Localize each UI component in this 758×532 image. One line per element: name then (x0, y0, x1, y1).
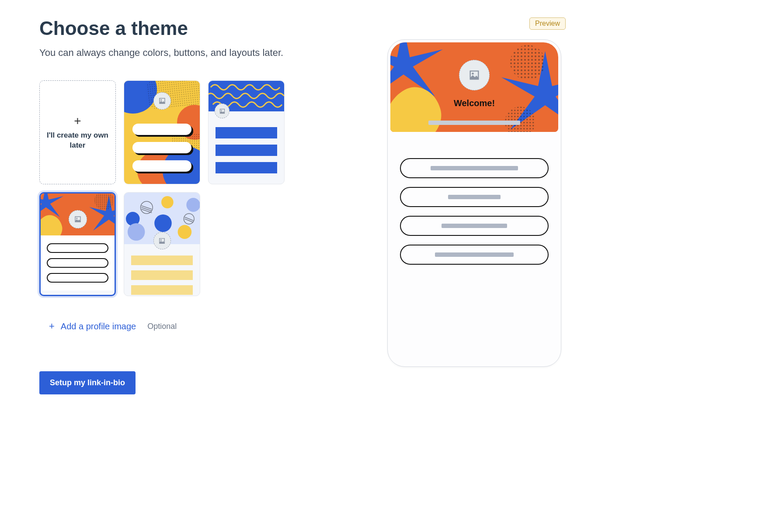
svg-line-12 (142, 206, 152, 209)
add-profile-image-label: Add a profile image (61, 321, 136, 332)
preview-link-item (400, 158, 549, 178)
svg-line-16 (184, 217, 193, 221)
preview-link-item (400, 216, 549, 236)
add-profile-image-link[interactable]: + Add a profile image (49, 321, 136, 332)
page-subtitle: You can always change colors, buttons, a… (39, 47, 354, 59)
preview-link-item (400, 245, 549, 265)
image-icon (459, 60, 490, 90)
svg-point-22 (505, 107, 535, 132)
optional-label: Optional (147, 322, 177, 331)
theme-card-own[interactable]: + I'll create my own later (39, 80, 116, 184)
plus-icon: + (74, 114, 81, 128)
preview-subtitle-placeholder (428, 121, 520, 125)
plus-icon: + (49, 321, 55, 332)
theme-own-label: I'll create my own later (44, 131, 111, 151)
svg-point-20 (510, 45, 545, 80)
preview-link-item (400, 187, 549, 207)
theme-card-dots-yellow[interactable] (124, 192, 200, 296)
theme-card-blue-bars[interactable] (208, 80, 285, 184)
image-icon (153, 232, 171, 249)
svg-point-8 (154, 214, 172, 232)
svg-point-18 (160, 239, 162, 240)
theme-grid: + I'll create my own later (39, 80, 354, 296)
svg-point-0 (160, 99, 162, 100)
preview-phone: Welcome! (387, 39, 561, 367)
image-icon (153, 92, 171, 110)
svg-point-6 (128, 223, 145, 241)
svg-line-13 (142, 207, 152, 211)
preview-badge: Preview (529, 17, 566, 30)
svg-line-17 (184, 219, 193, 222)
theme-card-orange-outline[interactable] (39, 192, 116, 296)
image-icon (215, 104, 229, 118)
svg-point-4 (76, 218, 77, 219)
setup-button[interactable]: Setup my link-in-bio (39, 371, 136, 394)
preview-welcome-text: Welcome! (390, 98, 558, 108)
image-icon (69, 210, 87, 228)
page-title: Choose a theme (39, 17, 354, 39)
svg-point-1 (221, 110, 222, 111)
svg-point-10 (186, 198, 200, 212)
theme-card-yellow[interactable] (124, 80, 200, 184)
svg-point-9 (178, 225, 192, 239)
preview-links (388, 132, 561, 291)
svg-point-7 (161, 196, 174, 208)
svg-point-23 (472, 73, 474, 75)
svg-point-2 (94, 193, 114, 210)
